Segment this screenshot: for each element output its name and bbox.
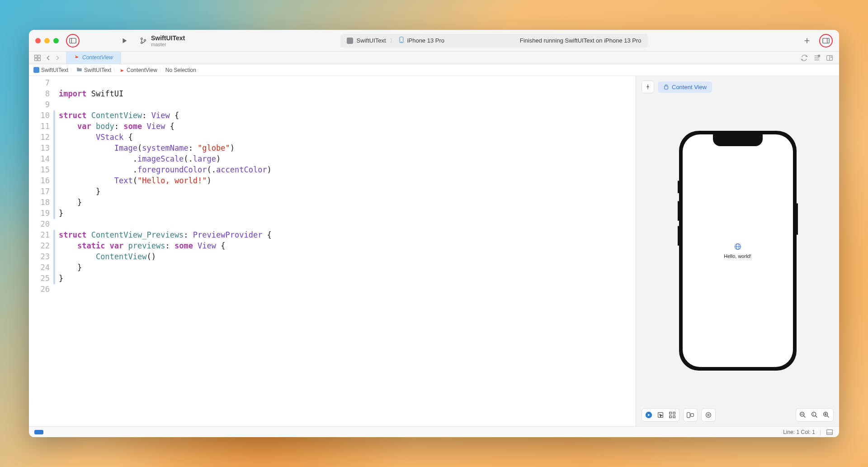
code-line[interactable] <box>59 219 636 230</box>
code-line[interactable]: struct ContentView_Previews: PreviewProv… <box>59 230 636 241</box>
device-icon <box>399 37 404 44</box>
crumb-project[interactable]: SwiftUIText <box>41 67 68 73</box>
code-line[interactable]: import SwiftUI <box>59 89 636 100</box>
project-name: SwiftUIText <box>151 34 185 42</box>
run-button[interactable] <box>120 37 128 45</box>
statusbar: Line: 1 Col: 1 | <box>29 426 839 437</box>
line-number: 26 <box>29 284 50 295</box>
maximize-button[interactable] <box>53 38 59 43</box>
line-number: 24 <box>29 262 50 273</box>
crumb-selection[interactable]: No Selection <box>165 67 196 73</box>
code-line[interactable]: } <box>59 197 636 208</box>
code-line[interactable]: } <box>59 186 636 197</box>
chevron-icon: 〉 <box>113 67 118 73</box>
chevron-icon: 〉 <box>159 67 164 73</box>
minimap-toggle-icon[interactable] <box>826 428 834 436</box>
line-number: 23 <box>29 252 50 262</box>
code-line[interactable] <box>59 100 636 110</box>
code-line[interactable] <box>59 284 636 295</box>
svg-point-2 <box>141 38 143 39</box>
svg-rect-9 <box>823 38 829 43</box>
code-editor[interactable]: 7891011121314151617181920212223242526 im… <box>29 76 636 426</box>
close-button[interactable] <box>35 38 41 43</box>
crumb-folder[interactable]: SwiftUIText <box>84 67 111 73</box>
svg-rect-47 <box>827 429 833 434</box>
app-icon <box>347 38 353 44</box>
zoom-out-button[interactable] <box>799 411 807 419</box>
crumb-file[interactable]: ContentView <box>127 67 157 73</box>
code-line[interactable]: Text("Hello, world!") <box>59 176 636 186</box>
code-line[interactable]: ContentView() <box>59 252 636 262</box>
line-number: 17 <box>29 186 50 197</box>
preview-chip[interactable]: Content View <box>658 81 712 93</box>
xcode-window: SwiftUIText master SwiftUIText 〉 iPhone … <box>29 30 839 437</box>
svg-rect-34 <box>691 414 694 417</box>
preview-settings-button[interactable] <box>701 408 716 422</box>
add-button[interactable] <box>803 37 811 45</box>
pin-preview-button[interactable] <box>642 81 654 93</box>
svg-rect-23 <box>665 86 668 89</box>
svg-rect-30 <box>673 412 675 415</box>
gutter: 7891011121314151617181920212223242526 <box>29 78 56 426</box>
svg-point-4 <box>144 39 146 41</box>
code-line[interactable]: Image(systemName: "globe") <box>59 143 636 154</box>
svg-rect-14 <box>38 58 40 60</box>
line-number: 14 <box>29 154 50 165</box>
related-items-icon[interactable] <box>33 54 42 62</box>
code-line[interactable]: VStack { <box>59 132 636 143</box>
device-settings-icon <box>686 411 694 419</box>
code-line[interactable]: static var previews: some View { <box>59 241 636 252</box>
line-number: 12 <box>29 132 50 143</box>
tab-contentview[interactable]: ContentView <box>66 52 121 64</box>
svg-line-44 <box>827 416 829 418</box>
chevron-icon: 〉 <box>70 67 75 73</box>
sidebar-right-icon[interactable] <box>822 37 830 45</box>
selectable-button[interactable] <box>656 411 665 419</box>
target-app: SwiftUIText <box>357 37 386 44</box>
code-line[interactable]: var body: some View { <box>59 121 636 132</box>
variants-button[interactable] <box>668 411 676 419</box>
main-area: 7891011121314151617181920212223242526 im… <box>29 76 839 426</box>
zoom-controls: 1 <box>796 408 834 422</box>
zoom-in-button[interactable] <box>822 411 830 419</box>
code-line[interactable]: .foregroundColor(.accentColor) <box>59 165 636 176</box>
notch <box>713 134 763 146</box>
line-number: 9 <box>29 100 50 110</box>
run-destination-bar[interactable]: SwiftUIText 〉 iPhone 13 Pro Finished run… <box>340 34 648 48</box>
code-line[interactable]: } <box>59 208 636 219</box>
swift-file-icon <box>119 67 125 73</box>
line-number: 11 <box>29 121 50 132</box>
device-screen[interactable]: Hello, world! <box>683 134 793 367</box>
device-settings-button[interactable] <box>683 408 698 422</box>
minimize-button[interactable] <box>44 38 50 43</box>
chevron-right-icon: 〉 <box>390 37 396 45</box>
svg-rect-31 <box>670 416 672 418</box>
svg-rect-11 <box>35 55 37 57</box>
cursor-position: Line: 1 Col: 1 <box>783 429 815 435</box>
code-line[interactable]: .imageScale(.large) <box>59 154 636 165</box>
zoom-fit-button[interactable]: 1 <box>811 411 819 419</box>
line-number: 25 <box>29 273 50 284</box>
svg-rect-0 <box>70 38 76 43</box>
sidebar-left-icon[interactable] <box>69 37 77 45</box>
hello-world-text: Hello, world! <box>724 253 751 259</box>
debug-tag[interactable] <box>34 430 43 434</box>
line-number: 15 <box>29 165 50 176</box>
live-preview-button[interactable] <box>645 411 653 419</box>
tabbar: ContentView <box>29 52 839 64</box>
nav-back-icon[interactable] <box>44 54 52 62</box>
sync-icon[interactable] <box>800 54 808 62</box>
code-line[interactable]: struct ContentView: View { <box>59 110 636 121</box>
add-editor-icon[interactable] <box>826 54 834 62</box>
scheme-selector[interactable]: SwiftUIText master <box>139 34 185 47</box>
nav-forward-icon[interactable] <box>53 54 61 62</box>
svg-line-41 <box>816 416 817 418</box>
line-number: 10 <box>29 110 50 121</box>
swift-file-icon <box>74 54 80 61</box>
code-line[interactable] <box>59 78 636 89</box>
adjust-editor-icon[interactable] <box>813 54 821 62</box>
code-line[interactable]: } <box>59 262 636 273</box>
code-line[interactable]: } <box>59 273 636 284</box>
code-content[interactable]: import SwiftUIstruct ContentView: View {… <box>56 78 636 426</box>
gear-icon <box>704 411 712 419</box>
